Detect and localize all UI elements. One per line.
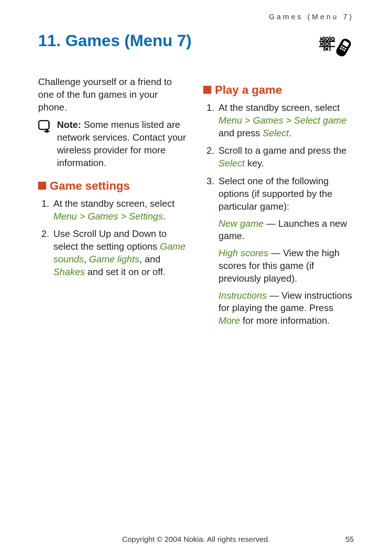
list-item: Scroll to a game and press the Select ke… [217, 144, 354, 170]
step-text: At the standby screen, select [219, 102, 340, 113]
list-item: Select one of the following options (if … [217, 175, 354, 327]
chapter-title: 11. Games (Menu 7) [38, 31, 192, 50]
page-footer: Copyright © 2004 Nokia. All rights reser… [38, 535, 354, 544]
step-text: At the standby screen, select [53, 198, 175, 209]
step-text: , [84, 254, 89, 265]
note-text: Note: Some menus listed are network serv… [57, 118, 189, 169]
ui-option: Game lights [89, 254, 139, 265]
step-text: and set it on or off. [85, 266, 166, 277]
page-number: 55 [346, 535, 354, 544]
note-icon [38, 120, 52, 136]
list-item: Use Scroll Up and Down to select the set… [52, 227, 189, 278]
copyright-text: Copyright © 2004 Nokia. All rights reser… [38, 535, 354, 544]
ui-path: Menu > Games > Select game [219, 115, 347, 126]
note-block: Note: Some menus listed are network serv… [38, 118, 189, 169]
svg-rect-24 [46, 129, 48, 132]
left-column: Challenge yourself or a friend to one of… [38, 76, 189, 332]
ui-option: Shakes [53, 266, 85, 277]
svg-rect-21 [39, 121, 49, 129]
step-text: and press [219, 128, 262, 138]
section-heading-play-game: Play a game [203, 82, 354, 98]
right-column: Play a game At the standby screen, selec… [203, 76, 354, 332]
step-text: , and [139, 254, 160, 265]
intro-text: Challenge yourself or a friend to one of… [38, 76, 189, 113]
section-heading-game-settings: Game settings [38, 178, 189, 194]
step-text: Use Scroll Up and Down to select the set… [53, 228, 167, 252]
option-block: Instructions — View instructions for pla… [219, 289, 354, 327]
list-item: At the standby screen, select Menu > Gam… [52, 197, 189, 223]
svg-point-7 [331, 37, 334, 40]
ui-option: Instructions [219, 290, 267, 301]
chapter-row: 11. Games (Menu 7) [38, 31, 354, 61]
step-text: Select one of the following options (if … [219, 176, 332, 212]
list-item: At the standby screen, select Menu > Gam… [217, 101, 354, 139]
option-desc: for more information. [240, 315, 330, 326]
ui-key: Select [219, 158, 245, 169]
games-icon [318, 34, 354, 61]
step-text: . [289, 128, 291, 138]
svg-point-6 [326, 37, 328, 40]
ui-path: Menu > Games > Settings [53, 211, 163, 222]
option-block: High scores — View the high scores for t… [219, 247, 354, 285]
section-heading-text: Play a game [215, 82, 282, 98]
running-head: Games (Menu 7) [38, 13, 354, 21]
option-block: New game — Launches a new game. [219, 217, 354, 243]
step-text: . [163, 211, 166, 222]
ui-key: Select [262, 128, 289, 138]
ui-key: More [219, 315, 240, 326]
section-bullet-icon [203, 86, 211, 94]
play-game-steps: At the standby screen, select Menu > Gam… [203, 101, 354, 327]
ui-option: High scores [219, 247, 268, 258]
step-text: Scroll to a game and press the [219, 145, 347, 156]
ui-option: New game [219, 218, 264, 229]
section-heading-text: Game settings [50, 178, 130, 194]
svg-point-10 [326, 43, 328, 45]
manual-page: Games (Menu 7) 11. Games (Menu 7) [0, 0, 392, 556]
section-bullet-icon [38, 182, 46, 190]
step-text: key. [245, 158, 264, 169]
game-settings-steps: At the standby screen, select Menu > Gam… [38, 197, 189, 278]
note-label: Note: [57, 119, 81, 130]
content-columns: Challenge yourself or a friend to one of… [38, 76, 354, 332]
